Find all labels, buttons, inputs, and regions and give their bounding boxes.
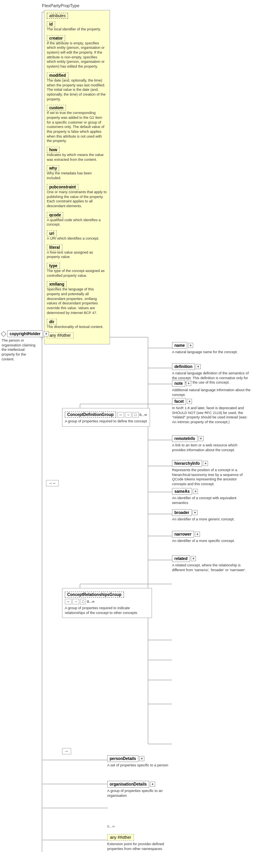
sequence-symbol-bottom: ↔: [62, 748, 71, 754]
attr-any-other: any ##other: [47, 332, 107, 338]
attr-id: id The local identifier of the property.: [47, 21, 107, 32]
element-note: note + Additional natural language infor…: [172, 380, 252, 397]
attr-dir: dir The directionality of textual conten…: [47, 319, 107, 330]
attr-xmllang: xmllang Specifies the language of this p…: [47, 281, 107, 315]
attr-uri: uri A URI which identifies a concept.: [47, 230, 107, 241]
copyright-holder-node: copyrightHolder + The person or organisa…: [2, 330, 49, 362]
element-related: related + A related concept, where the r…: [172, 555, 252, 572]
sequence-symbol-1: ↔↔: [46, 480, 59, 486]
attr-pubconstraint: pubconstraint One or many constraints th…: [47, 184, 107, 209]
element-narrower: narrower + An identifier of a more speci…: [172, 531, 235, 544]
attr-modified: modified The date (and, optionally, the …: [47, 72, 107, 102]
element-name: name + A natural language name for the c…: [172, 342, 238, 355]
attr-type: type The type of the concept assigned as…: [47, 263, 107, 278]
attr-qcode: qcode A qualified code which identifies …: [47, 212, 107, 227]
element-same-as: sameAs + An identifier of a concept with…: [172, 488, 252, 505]
attr-literal: literal A free-text value assigned as pr…: [47, 244, 107, 260]
attributes-header: attributes: [47, 13, 68, 19]
attr-why: why Why the metadata has been included.: [47, 165, 107, 180]
element-broader: broader + An identifier of a more generi…: [172, 509, 235, 522]
element-person-details: personDetails + A set of properties spec…: [107, 755, 168, 768]
diagram-title: FlexPartyPropType: [42, 3, 80, 8]
bottom-multiplicity: 0...∞: [107, 824, 115, 828]
concept-relationships-group: ConceptRelationshipsGroup ↔ → □ 0...∞ A …: [62, 588, 152, 618]
element-organisation-details: organisationDetails + A group of propert…: [107, 781, 175, 798]
attr-creator: creator If the attribute is empty, speci…: [47, 35, 107, 69]
element-hierarchy-info: hierarchyInfo + Represents the position …: [172, 460, 252, 487]
attr-custom: custom If set to true the corresponding …: [47, 105, 107, 144]
concept-definition-group: ConceptDefinitionGroup ↔ → □ 0...∞ A gro…: [62, 408, 150, 427]
element-remote-info: remoteInfo + A link to an item or a web …: [172, 435, 252, 452]
element-facet: facet + In NAR 1.8 and later, facet is d…: [172, 398, 252, 425]
attr-how: how Indicates by which means the value w…: [47, 147, 107, 162]
bottom-any-other: any ##other Extension point for provider…: [107, 834, 175, 851]
